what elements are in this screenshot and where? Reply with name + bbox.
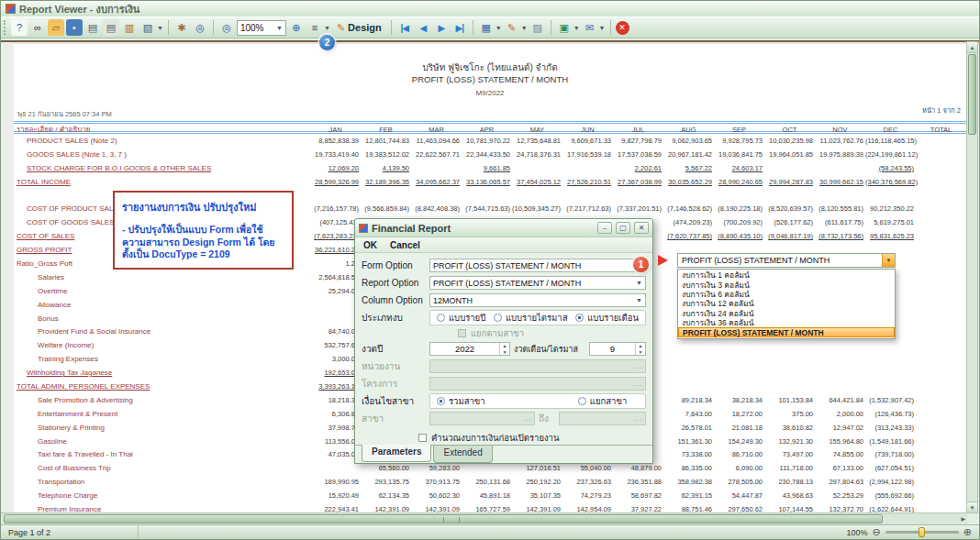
- email-icon[interactable]: ✉: [582, 19, 598, 36]
- highlight-icon[interactable]: ✎: [504, 19, 520, 36]
- radio-all-branch[interactable]: รวมสาขา: [437, 394, 485, 408]
- cell-value: 17,916,539.18: [562, 150, 613, 159]
- radio-quarterly[interactable]: แบบรายไตรมาส: [494, 311, 568, 325]
- zoom-mode-icon[interactable]: ◎: [218, 19, 235, 36]
- month-column-header: JUN: [562, 126, 613, 134]
- cell-value: 27,367,038.99: [613, 178, 663, 186]
- cell-value: (7,216,157.78): [310, 204, 361, 213]
- status-zoom-label: 100%: [847, 528, 868, 537]
- cell-value: (407,125.43): [310, 218, 361, 226]
- ellipsis-button[interactable]: ...: [634, 362, 643, 370]
- print-preview-icon[interactable]: ▤: [84, 19, 101, 36]
- zoom-level-combo[interactable]: 100%▼: [237, 20, 286, 36]
- page-setup-icon[interactable]: ▥: [121, 19, 138, 36]
- radio-monthly[interactable]: แบบรายเดือน: [575, 311, 639, 325]
- report-viewer-window: Report Viewer - งบการเงิน ?∞▱▪▤▤▥▧▼✱◎◎10…: [0, 0, 980, 540]
- export-page-icon[interactable]: ▧: [139, 19, 156, 36]
- ok-button[interactable]: OK: [363, 240, 377, 250]
- last-page-button[interactable]: ▶|: [451, 19, 468, 36]
- export-icon[interactable]: ▣: [556, 19, 573, 36]
- find-icon[interactable]: ∞: [29, 19, 46, 36]
- cell-value: 9,827,798.79: [613, 137, 663, 145]
- maximize-button[interactable]: ▢: [616, 222, 630, 234]
- open-icon[interactable]: ▱: [48, 19, 64, 36]
- ellipsis-button[interactable]: ...: [634, 380, 643, 388]
- cell-value: 189,990.95: [310, 478, 361, 486]
- scroll-right-icon[interactable]: ▶: [961, 515, 965, 522]
- next-page-button[interactable]: ▶: [433, 19, 450, 36]
- dropdown-list-item[interactable]: PROFIT (LOSS) STATEMENT / MONTH: [678, 327, 895, 336]
- horizontal-scroll-thumb[interactable]: [4, 514, 883, 523]
- ellipsis-button[interactable]: ...: [634, 414, 643, 423]
- scroll-up-icon[interactable]: ▲: [967, 42, 977, 53]
- dropdown-button-icon[interactable]: ▼: [882, 254, 895, 267]
- table-row: Transportation189,990.95293,135.75370,91…: [14, 475, 966, 489]
- description-column-header: รายละเอียด / คำอธิบาย: [14, 124, 310, 136]
- table-row: TOTAL INCOME28,599,326.9932,189,396.3534…: [14, 175, 966, 189]
- row-label: Salaries: [14, 273, 310, 281]
- first-page-button[interactable]: |◀: [396, 19, 413, 36]
- radio-yearly[interactable]: แบบรายปี: [437, 311, 485, 325]
- design-button[interactable]: ✎Design: [332, 19, 386, 37]
- zoom-in-icon[interactable]: ⊕: [288, 19, 305, 36]
- cell-value: 30,035,652.29: [663, 178, 714, 186]
- cell-value: 9,661.85: [462, 164, 512, 172]
- cancel-button[interactable]: Cancel: [390, 240, 420, 250]
- cell-value: 5,619,275.01: [865, 218, 916, 226]
- split-branch-checkbox[interactable]: [458, 329, 466, 337]
- annotation-note-title: รายงานงบการเงิน ปรับปรุงใหม่: [122, 199, 284, 215]
- page-layout-icon[interactable]: ▦: [478, 19, 495, 36]
- form-option-overlay-combo[interactable]: PROFIT (LOSS) STATEMENT / MONTH ▼: [677, 253, 896, 268]
- cell-value: 375.00: [764, 410, 815, 418]
- zoom-in-icon[interactable]: ⊕: [963, 526, 972, 538]
- zoom-out-icon[interactable]: ⊖: [873, 526, 881, 538]
- dropdown-list-item[interactable]: งบการเงิน 36 คอลัมน์: [678, 318, 895, 327]
- form-option-combo[interactable]: PROFIT (LOSS) STATEMENT / MONTH ▼: [429, 259, 646, 272]
- dialog-title-bar[interactable]: Financial Report – ▢ ✕: [355, 219, 652, 237]
- row-label: Sale Promotion & Advertising: [14, 396, 310, 404]
- stop-icon[interactable]: ✕: [616, 21, 629, 35]
- cell-value: 18,218.34: [310, 396, 361, 404]
- tab-parameters[interactable]: Parameters: [362, 445, 431, 462]
- annotation-note-box: รายงานงบการเงิน ปรับปรุงใหม่ - ปรับปรุงใ…: [113, 191, 294, 270]
- zoom-icon[interactable]: ◎: [192, 19, 208, 36]
- pan-hand-icon[interactable]: ✱: [173, 19, 190, 36]
- save-icon[interactable]: ▪: [66, 19, 83, 36]
- cell-value: 38,610.82: [764, 424, 815, 432]
- vertical-scroll-thumb[interactable]: [968, 54, 976, 135]
- prev-page-button[interactable]: ◀: [415, 19, 431, 36]
- fields-icon[interactable]: ≡: [306, 19, 323, 36]
- period-label: งวดเดือน/ไตรมาส: [514, 343, 585, 356]
- radio-split-branch[interactable]: แยกสาขา: [578, 394, 627, 408]
- year-spinner[interactable]: 2022 ▲▼: [429, 342, 510, 356]
- cell-value: 29,994,287.83: [764, 178, 815, 186]
- toolbar-grip: [4, 20, 7, 35]
- cell-value: (8,520,639.57): [764, 204, 815, 213]
- cell-value: 86,710.00: [714, 450, 764, 458]
- report-option-combo[interactable]: PROFIT (LOSS) STATEMENT / MONTH ▼: [429, 276, 646, 290]
- period-spinner[interactable]: 9 ▲▼: [589, 342, 646, 356]
- page-number-label: หน้า 1 จาก 2: [922, 105, 961, 116]
- help-icon[interactable]: ?: [11, 19, 28, 36]
- watermark-icon[interactable]: ▨: [529, 19, 546, 36]
- month-column-header: OCT: [764, 126, 815, 134]
- month-column-header: MAR: [411, 126, 462, 134]
- ellipsis-button[interactable]: ...: [523, 414, 532, 423]
- vertical-scrollbar[interactable]: ▲ ▼: [966, 41, 978, 513]
- dialog-title: Financial Report: [372, 223, 594, 234]
- month-column-header: NOV: [815, 126, 865, 134]
- scroll-down-icon[interactable]: ▼: [967, 501, 977, 512]
- cell-value: 250,192.20: [512, 478, 562, 486]
- close-icon[interactable]: ✕: [634, 222, 649, 234]
- print-icon[interactable]: ▤: [103, 19, 119, 36]
- minimize-button[interactable]: –: [597, 222, 612, 234]
- zoom-slider-thumb[interactable]: [919, 527, 925, 537]
- cell-value: 27,526,210.51: [562, 178, 613, 186]
- spinner-arrows-icon[interactable]: ▲▼: [635, 343, 645, 355]
- column-option-combo[interactable]: 12MONTH ▼: [429, 293, 646, 307]
- tab-extended[interactable]: Extended: [433, 446, 492, 463]
- horizontal-scrollbar[interactable]: ▶: [1, 512, 967, 524]
- spinner-arrows-icon[interactable]: ▲▼: [499, 343, 509, 355]
- zoom-slider[interactable]: [885, 531, 959, 534]
- calc-before-open-checkbox[interactable]: [418, 434, 427, 442]
